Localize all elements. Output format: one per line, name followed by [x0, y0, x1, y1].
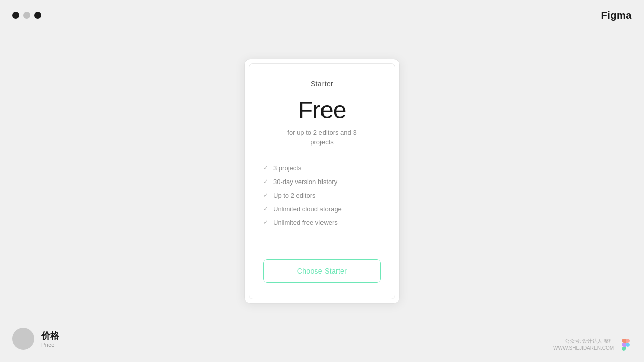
check-icon: ✓ [263, 164, 268, 171]
bottom-left-watermark: 价格 Price [12, 328, 59, 350]
avatar [12, 328, 34, 350]
feature-label: Unlimited cloud storage [273, 205, 342, 213]
feature-item: ✓ Unlimited free viewers [263, 216, 381, 229]
label-main: 价格 [41, 330, 59, 342]
watermark-line1: 公众号: 设计达人 整理 [553, 338, 614, 345]
features-list: ✓ 3 projects ✓ 30-day version history ✓ … [263, 161, 381, 229]
feature-item: ✓ Unlimited cloud storage [263, 202, 381, 216]
feature-label: Up to 2 editors [273, 192, 316, 199]
feature-item: ✓ 30-day version history [263, 175, 381, 189]
check-icon: ✓ [263, 192, 268, 199]
plan-price: Free [298, 96, 346, 124]
watermark-line2: WWW.SHEJIDAREN.COM [553, 345, 614, 352]
feature-item: ✓ 3 projects [263, 161, 381, 175]
pricing-card-outer: Starter Free for up to 2 editors and 3pr… [244, 59, 400, 304]
plan-subtitle: for up to 2 editors and 3projects [287, 128, 356, 147]
label-sub: Price [41, 342, 59, 348]
main-content: Starter Free for up to 2 editors and 3pr… [0, 0, 644, 362]
pricing-card: Starter Free for up to 2 editors and 3pr… [249, 63, 395, 299]
figma-icon [620, 339, 632, 351]
check-icon: ✓ [263, 205, 268, 212]
feature-label: 30-day version history [273, 178, 337, 186]
label-group: 价格 Price [41, 330, 59, 348]
check-icon: ✓ [263, 219, 268, 226]
feature-label: 3 projects [273, 164, 301, 172]
feature-label: Unlimited free viewers [273, 219, 338, 226]
check-icon: ✓ [263, 178, 268, 185]
feature-item: ✓ Up to 2 editors [263, 189, 381, 202]
bottom-right-watermark: 公众号: 设计达人 整理 WWW.SHEJIDAREN.COM [553, 338, 632, 352]
choose-starter-button[interactable]: Choose Starter [263, 259, 381, 283]
plan-name: Starter [311, 80, 333, 88]
watermark-text: 公众号: 设计达人 整理 WWW.SHEJIDAREN.COM [553, 338, 614, 352]
